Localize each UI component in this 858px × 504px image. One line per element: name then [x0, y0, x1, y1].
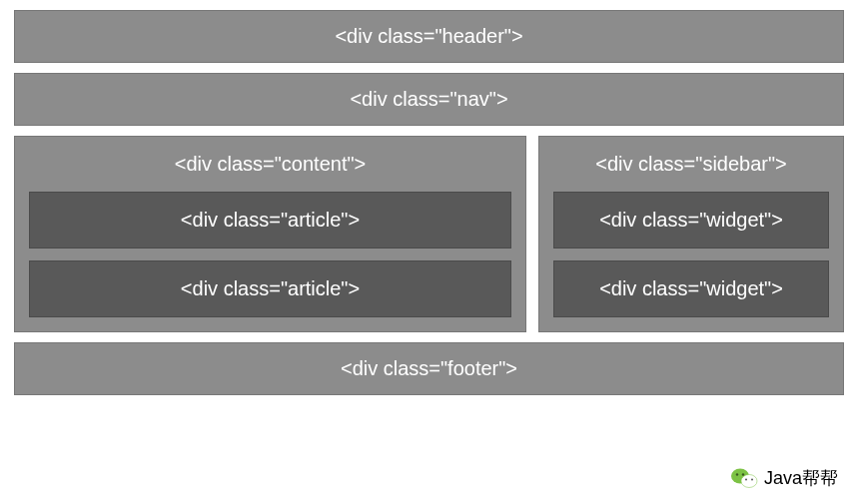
watermark: Java帮帮 — [730, 466, 838, 490]
content-label: <div class="content"> — [29, 149, 511, 182]
wechat-icon — [730, 466, 758, 490]
layout-header-box: <div class="header"> — [14, 10, 844, 63]
layout-widget-box: <div class="widget"> — [553, 192, 829, 249]
sidebar-label: <div class="sidebar"> — [553, 149, 829, 182]
svg-point-2 — [736, 473, 738, 475]
layout-widget-box: <div class="widget"> — [553, 260, 829, 317]
watermark-text: Java帮帮 — [764, 466, 838, 490]
svg-point-4 — [745, 479, 747, 481]
layout-footer-box: <div class="footer"> — [14, 342, 844, 395]
svg-point-3 — [742, 473, 744, 475]
svg-point-1 — [741, 475, 757, 488]
layout-article-box: <div class="article"> — [29, 192, 511, 249]
layout-article-box: <div class="article"> — [29, 260, 511, 317]
footer-label: <div class="footer"> — [341, 357, 517, 379]
header-label: <div class="header"> — [335, 25, 522, 47]
layout-sidebar-box: <div class="sidebar"> <div class="widget… — [538, 136, 844, 332]
widget-label: <div class="widget"> — [599, 277, 783, 299]
layout-nav-box: <div class="nav"> — [14, 73, 844, 126]
layout-main-row: <div class="content"> <div class="articl… — [14, 136, 844, 332]
nav-label: <div class="nav"> — [350, 88, 507, 110]
widget-label: <div class="widget"> — [599, 209, 783, 231]
svg-point-5 — [751, 479, 753, 481]
layout-content-box: <div class="content"> <div class="articl… — [14, 136, 526, 332]
article-label: <div class="article"> — [181, 277, 360, 299]
article-label: <div class="article"> — [181, 209, 360, 231]
